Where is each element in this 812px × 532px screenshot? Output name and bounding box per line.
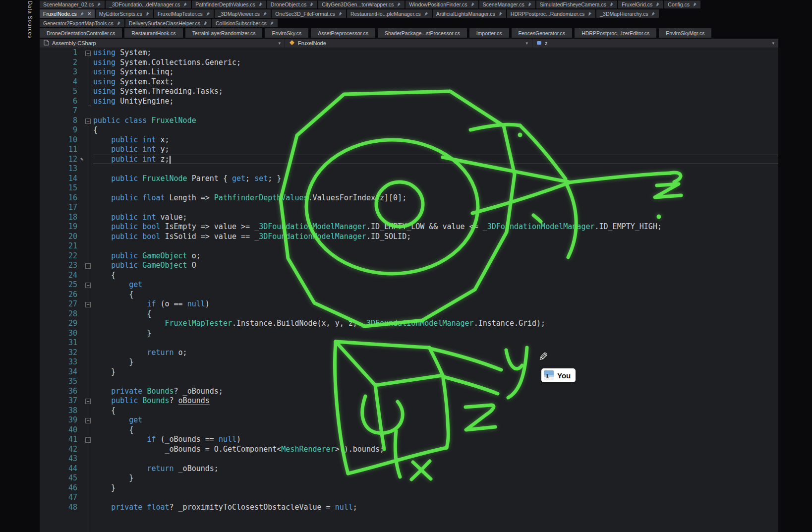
pin-icon[interactable] bbox=[338, 11, 343, 16]
code-text[interactable] bbox=[93, 183, 778, 193]
code-line-10[interactable]: 10 public int x; bbox=[40, 135, 778, 145]
tab-DeliverySurfaceClassHelper.cs[interactable]: DeliverySurfaceClassHelper.cs bbox=[125, 19, 211, 27]
code-line-42[interactable]: 42 _oBounds = O.GetComponent<MeshRendere… bbox=[40, 445, 778, 455]
fold-collapse-icon[interactable]: − bbox=[85, 418, 91, 423]
code-line-47[interactable]: 47 bbox=[40, 493, 778, 503]
tab-FruxelNode.cs[interactable]: FruxelNode.cs× bbox=[40, 9, 95, 18]
tab-EnviroSkyMgr.cs[interactable]: EnviroSkyMgr.cs bbox=[659, 28, 711, 38]
tab-CityGen3DGen...torWrapper.cs[interactable]: CityGen3DGen...torWrapper.cs bbox=[318, 0, 405, 8]
tab-WindowPositionFinder.cs[interactable]: WindowPositionFinder.cs bbox=[406, 0, 478, 8]
project-dropdown[interactable]: Assembly-CSharp ▾ bbox=[40, 39, 285, 48]
tab-ArtificialLightsManager.cs[interactable]: ArtificialLightsManager.cs bbox=[433, 9, 506, 18]
code-line-36[interactable]: 36 private Bounds? _oBounds; bbox=[40, 387, 778, 397]
code-text[interactable]: } bbox=[93, 367, 778, 377]
tab-PathfinderDepthValues.cs[interactable]: PathfinderDepthValues.cs bbox=[192, 0, 266, 8]
tab-DroneOrientationController.cs[interactable]: DroneOrientationController.cs bbox=[40, 28, 122, 38]
code-text[interactable]: public int z; bbox=[93, 155, 778, 165]
code-line-34[interactable]: 34 } bbox=[40, 367, 778, 377]
fold-collapse-icon[interactable]: − bbox=[85, 283, 91, 288]
code-line-5[interactable]: 5using System.Threading.Tasks; bbox=[40, 87, 778, 97]
code-line-40[interactable]: 40 { bbox=[40, 425, 778, 435]
code-text[interactable]: { bbox=[93, 406, 778, 416]
code-line-3[interactable]: 3using System.Linq; bbox=[40, 67, 778, 77]
pin-icon[interactable] bbox=[116, 21, 121, 26]
pin-icon[interactable] bbox=[203, 21, 208, 26]
code-text[interactable]: } bbox=[93, 329, 778, 339]
pin-icon[interactable] bbox=[692, 2, 697, 7]
pin-icon[interactable] bbox=[655, 2, 660, 7]
code-line-45[interactable]: 45 } bbox=[40, 473, 778, 483]
pin-icon[interactable] bbox=[145, 11, 150, 16]
code-line-15[interactable]: 15 bbox=[40, 183, 778, 193]
code-line-16[interactable]: 16 public float Length => PathfinderDept… bbox=[40, 193, 778, 203]
code-line-1[interactable]: 1−using System; bbox=[40, 48, 778, 58]
tab-FruxelMapTester.cs[interactable]: FruxelMapTester.cs bbox=[154, 9, 214, 18]
code-line-39[interactable]: 39− get bbox=[40, 415, 778, 425]
side-tab-data-sources[interactable]: Data Sources bbox=[27, 1, 33, 41]
tab-DroneObject.cs[interactable]: DroneObject.cs bbox=[267, 0, 317, 8]
code-line-8[interactable]: 8−public class FruxelNode bbox=[40, 116, 778, 126]
code-text[interactable]: using System.Threading.Tasks; bbox=[93, 87, 778, 97]
pin-icon[interactable] bbox=[258, 2, 263, 7]
tab-ShaderPackage...stProcessor.cs[interactable]: ShaderPackage...stProcessor.cs bbox=[378, 28, 467, 38]
code-line-2[interactable]: 2using System.Collections.Generic; bbox=[40, 58, 778, 68]
code-line-14[interactable]: 14 public FruxelNode Parent { get; set; … bbox=[40, 174, 778, 184]
code-text[interactable]: public bool IsEmpty => value >= _3DFound… bbox=[93, 222, 778, 232]
tab-TerrainLayerRandomizer.cs[interactable]: TerrainLayerRandomizer.cs bbox=[185, 28, 263, 38]
code-text[interactable]: using System; bbox=[93, 48, 778, 58]
code-text[interactable]: { bbox=[93, 425, 778, 435]
code-line-27[interactable]: 27− if (o == null) bbox=[40, 299, 778, 309]
pin-icon[interactable] bbox=[269, 21, 274, 26]
code-text[interactable]: using System.Linq; bbox=[93, 67, 778, 77]
code-line-12[interactable]: 12✎ public int z; bbox=[40, 155, 778, 165]
tab-EnviroSky.cs[interactable]: EnviroSky.cs bbox=[265, 28, 308, 38]
tab-Importer.cs[interactable]: Importer.cs bbox=[469, 28, 509, 38]
fold-collapse-icon[interactable]: − bbox=[85, 302, 91, 307]
tab-CollisionSubscriber.cs[interactable]: CollisionSubscriber.cs bbox=[212, 19, 278, 27]
code-text[interactable]: public class FruxelNode bbox=[93, 116, 778, 126]
pin-icon[interactable] bbox=[396, 2, 401, 7]
pin-icon[interactable] bbox=[527, 2, 532, 7]
tab-Generator2ExportMapTools.cs[interactable]: Generator2ExportMapTools.cs bbox=[40, 19, 124, 27]
code-text[interactable] bbox=[93, 338, 778, 348]
code-text[interactable] bbox=[93, 203, 778, 213]
tab-FruxelGrid.cs[interactable]: FruxelGrid.cs bbox=[618, 0, 663, 8]
tab-OneSec3D_FileFormat.cs[interactable]: OneSec3D_FileFormat.cs bbox=[272, 9, 346, 18]
code-text[interactable]: public bool IsSolid => value == _3DFound… bbox=[93, 232, 778, 242]
code-text[interactable] bbox=[93, 241, 778, 251]
fold-collapse-icon[interactable]: − bbox=[85, 51, 91, 56]
code-text[interactable]: } bbox=[93, 473, 778, 483]
code-text[interactable]: } bbox=[93, 483, 778, 493]
tab-Config.cs[interactable]: Config.cs bbox=[664, 0, 700, 8]
code-text[interactable]: public int value; bbox=[93, 213, 778, 223]
code-text[interactable] bbox=[93, 493, 778, 503]
code-line-29[interactable]: 29 FruxelMapTester.Instance.BuildNode(x,… bbox=[40, 319, 778, 329]
code-text[interactable]: if (_oBounds == null) bbox=[93, 435, 778, 445]
fold-collapse-icon[interactable]: − bbox=[85, 118, 91, 124]
code-text[interactable]: public float Length => PathfinderDepthVa… bbox=[93, 193, 778, 203]
code-text[interactable] bbox=[93, 377, 778, 387]
code-text[interactable]: if (o == null) bbox=[93, 299, 778, 309]
tab-_3DFoundatio...delManager.cs[interactable]: _3DFoundatio...delManager.cs bbox=[106, 0, 191, 8]
code-text[interactable] bbox=[93, 106, 778, 116]
code-line-7[interactable]: 7 bbox=[40, 106, 778, 116]
tab-_3DMapHierarchy.cs[interactable]: _3DMapHierarchy.cs bbox=[596, 9, 659, 18]
tab-_3DMapViewer.cs[interactable]: _3DMapViewer.cs bbox=[215, 9, 271, 18]
code-line-46[interactable]: 46 } bbox=[40, 483, 778, 493]
code-line-21[interactable]: 21 bbox=[40, 241, 778, 251]
code-line-17[interactable]: 17 bbox=[40, 203, 778, 213]
pin-icon[interactable] bbox=[79, 11, 84, 16]
code-line-35[interactable]: 35 bbox=[40, 377, 778, 387]
code-text[interactable] bbox=[93, 164, 778, 174]
code-line-9[interactable]: 9{ bbox=[40, 125, 778, 135]
code-line-24[interactable]: 24 { bbox=[40, 271, 778, 281]
code-text[interactable]: public Bounds? oBounds bbox=[93, 396, 778, 406]
code-line-44[interactable]: 44 return _oBounds; bbox=[40, 464, 778, 474]
code-text[interactable]: } bbox=[93, 357, 778, 367]
code-line-13[interactable]: 13 bbox=[40, 164, 778, 174]
code-text[interactable]: return _oBounds; bbox=[93, 464, 778, 474]
code-text[interactable]: get bbox=[93, 280, 778, 290]
code-line-33[interactable]: 33 } bbox=[40, 357, 778, 367]
tab-RestaurantHo...pleManager.cs[interactable]: RestaurantHo...pleManager.cs bbox=[347, 9, 432, 18]
code-line-20[interactable]: 20 public bool IsSolid => value == _3DFo… bbox=[40, 232, 778, 242]
